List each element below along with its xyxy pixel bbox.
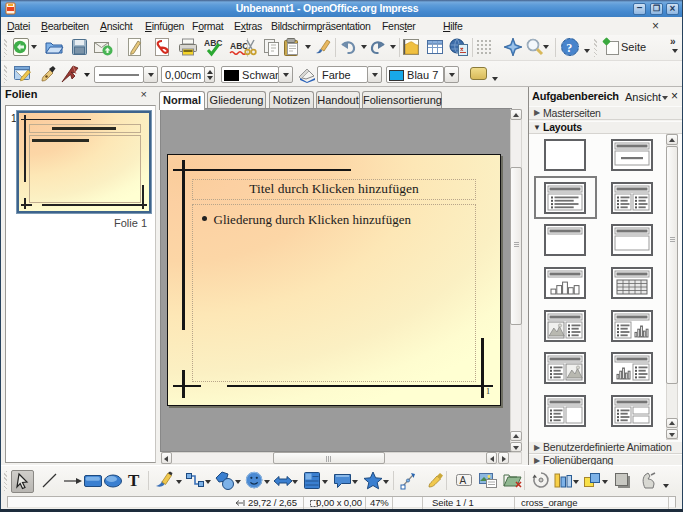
svg-text:T: T — [128, 471, 140, 490]
svg-text:A: A — [460, 475, 467, 486]
svg-text:ABC: ABC — [204, 38, 222, 48]
svg-text:1: 1 — [486, 387, 490, 396]
svg-text:?: ? — [566, 41, 572, 55]
